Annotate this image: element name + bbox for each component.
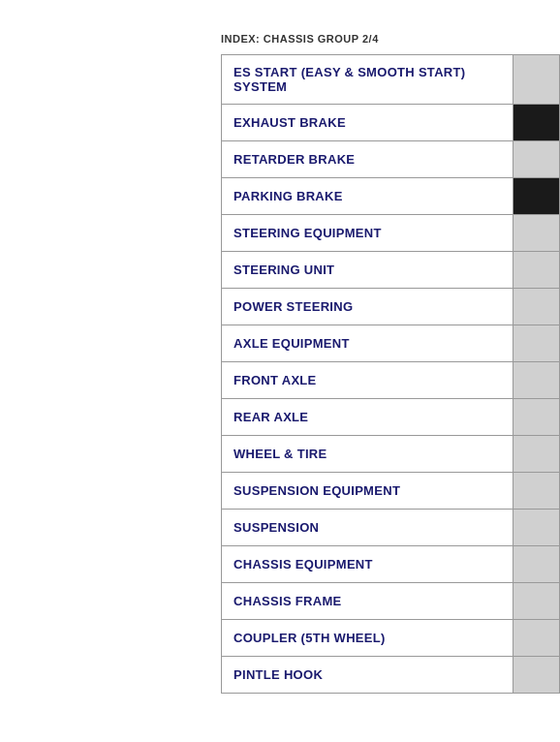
row-label: CHASSIS EQUIPMENT <box>222 546 513 582</box>
row-label: SUSPENSION EQUIPMENT <box>222 473 513 509</box>
table-row[interactable]: EXHAUST BRAKE <box>222 105 560 141</box>
row-indicator <box>513 436 560 472</box>
row-label: POWER STEERING <box>222 289 513 325</box>
header-area: INDEX: CHASSIS GROUP 2/4 <box>0 0 560 54</box>
row-indicator <box>513 583 560 619</box>
page-container: INDEX: CHASSIS GROUP 2/4 ES START (EASY … <box>0 0 560 742</box>
row-label: CHASSIS FRAME <box>222 583 513 619</box>
row-indicator <box>513 473 560 509</box>
row-indicator <box>513 620 560 656</box>
row-indicator <box>513 510 560 545</box>
table-row[interactable]: ES START (EASY & SMOOTH START) SYSTEM <box>222 55 560 105</box>
row-label: REAR AXLE <box>222 399 513 435</box>
row-indicator <box>513 325 560 361</box>
table-row[interactable]: STEERING EQUIPMENT <box>222 215 560 252</box>
table-row[interactable]: AXLE EQUIPMENT <box>222 325 560 362</box>
row-label: PARKING BRAKE <box>222 178 513 214</box>
table-row[interactable]: REAR AXLE <box>222 399 560 436</box>
row-label: SUSPENSION <box>222 510 513 545</box>
table-row[interactable]: PARKING BRAKE <box>222 178 560 215</box>
table-row[interactable]: POWER STEERING <box>222 289 560 325</box>
row-label: STEERING UNIT <box>222 252 513 288</box>
row-indicator <box>513 55 560 104</box>
row-indicator <box>513 141 560 177</box>
table-row[interactable]: WHEEL & TIRE <box>222 436 560 473</box>
row-label: COUPLER (5TH WHEEL) <box>222 620 513 656</box>
table-container: ES START (EASY & SMOOTH START) SYSTEMEXH… <box>221 54 560 694</box>
row-label: RETARDER BRAKE <box>222 141 513 177</box>
table-row[interactable]: PINTLE HOOK <box>222 657 560 694</box>
row-indicator <box>513 657 560 693</box>
table-row[interactable]: COUPLER (5TH WHEEL) <box>222 620 560 657</box>
row-indicator <box>513 546 560 582</box>
table-row[interactable]: CHASSIS EQUIPMENT <box>222 546 560 583</box>
table-row[interactable]: SUSPENSION EQUIPMENT <box>222 473 560 510</box>
table-row[interactable]: CHASSIS FRAME <box>222 583 560 620</box>
row-label: WHEEL & TIRE <box>222 436 513 472</box>
table-row[interactable]: SUSPENSION <box>222 510 560 546</box>
row-indicator <box>513 399 560 435</box>
row-indicator <box>513 289 560 325</box>
row-indicator <box>513 105 560 140</box>
row-label: STEERING EQUIPMENT <box>222 215 513 251</box>
row-indicator <box>513 362 560 398</box>
row-indicator <box>513 215 560 251</box>
row-label: AXLE EQUIPMENT <box>222 325 513 361</box>
row-label: ES START (EASY & SMOOTH START) SYSTEM <box>222 55 513 104</box>
table-row[interactable]: FRONT AXLE <box>222 362 560 399</box>
row-indicator <box>513 178 560 214</box>
index-title: INDEX: CHASSIS GROUP 2/4 <box>221 33 379 45</box>
table-row[interactable]: STEERING UNIT <box>222 252 560 289</box>
row-label: EXHAUST BRAKE <box>222 105 513 140</box>
row-label: PINTLE HOOK <box>222 657 513 693</box>
row-indicator <box>513 252 560 288</box>
row-label: FRONT AXLE <box>222 362 513 398</box>
table-row[interactable]: RETARDER BRAKE <box>222 141 560 178</box>
